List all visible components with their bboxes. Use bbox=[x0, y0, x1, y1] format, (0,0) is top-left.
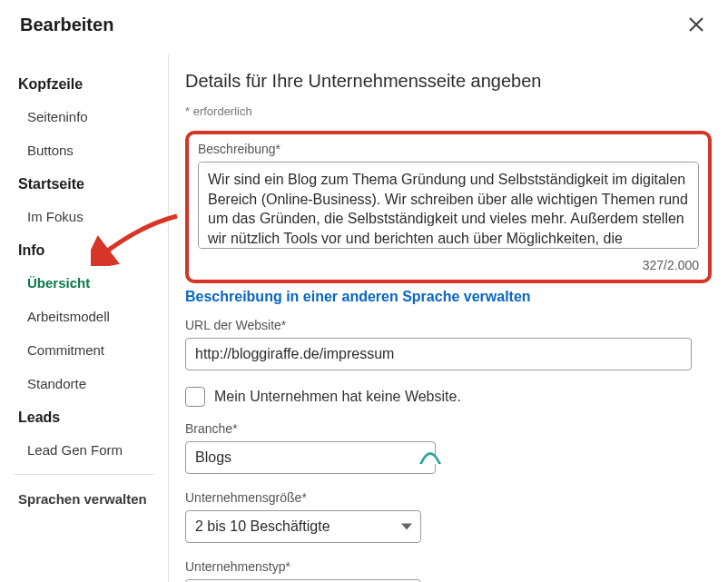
size-label: Unternehmensgröße* bbox=[185, 490, 712, 505]
type-label: Unternehmenstyp* bbox=[185, 559, 712, 574]
modal-body: Kopfzeile Seiteninfo Buttons Startseite … bbox=[0, 54, 728, 582]
no-website-row: Mein Unternehmen hat keine Website. bbox=[185, 387, 712, 407]
type-field: Unternehmenstyp* Selbstständig bbox=[185, 559, 712, 582]
sidebar-item-commitment[interactable]: Commitment bbox=[0, 333, 168, 367]
website-label: URL der Website* bbox=[185, 318, 712, 332]
website-field: URL der Website* bbox=[185, 318, 712, 370]
size-select-value: 2 bis 10 Beschäftigte bbox=[195, 518, 330, 535]
page-title: Details für Ihre Unternehmensseite angeb… bbox=[185, 71, 712, 92]
edit-modal: Bearbeiten Kopfzeile Seiteninfo Buttons … bbox=[0, 0, 728, 582]
modal-header: Bearbeiten bbox=[0, 0, 728, 54]
website-input[interactable] bbox=[185, 338, 692, 370]
sidebar-item-uebersicht[interactable]: Übersicht bbox=[0, 266, 168, 300]
manage-language-link[interactable]: Beschreibung in einer anderen Sprache ve… bbox=[185, 289, 712, 305]
sidebar-heading-startseite: Startseite bbox=[0, 167, 168, 200]
sidebar-item-buttons[interactable]: Buttons bbox=[0, 133, 168, 167]
sidebar-heading-info: Info bbox=[0, 233, 168, 266]
sidebar-divider bbox=[14, 474, 154, 475]
sidebar-item-arbeitsmodell[interactable]: Arbeitsmodell bbox=[0, 300, 168, 333]
branche-field: Branche* bbox=[185, 421, 712, 474]
sidebar-heading-kopfzeile: Kopfzeile bbox=[0, 67, 168, 100]
description-label: Beschreibung* bbox=[198, 142, 699, 156]
sidebar-item-sprachen-verwalten[interactable]: Sprachen verwalten bbox=[0, 482, 168, 516]
description-textarea[interactable] bbox=[198, 162, 699, 249]
main-panel: Details für Ihre Unternehmensseite angeb… bbox=[169, 54, 728, 582]
no-website-checkbox[interactable] bbox=[185, 387, 205, 407]
close-icon[interactable] bbox=[684, 13, 708, 36]
sidebar-heading-leads: Leads bbox=[0, 400, 168, 433]
no-website-label: Mein Unternehmen hat keine Website. bbox=[214, 389, 461, 405]
sidebar-item-standorte[interactable]: Standorte bbox=[0, 367, 168, 400]
size-field: Unternehmensgröße* 2 bis 10 Beschäftigte bbox=[185, 490, 712, 543]
modal-title: Bearbeiten bbox=[20, 15, 113, 35]
required-note: * erforderlich bbox=[185, 104, 712, 118]
size-select[interactable]: 2 bis 10 Beschäftigte bbox=[185, 510, 421, 543]
sidebar-item-seiteninfo[interactable]: Seiteninfo bbox=[0, 100, 168, 133]
sidebar-item-lead-gen-form[interactable]: Lead Gen Form bbox=[0, 433, 168, 467]
branche-input[interactable] bbox=[185, 441, 436, 474]
branche-label: Branche* bbox=[185, 421, 712, 436]
sidebar-item-im-fokus[interactable]: Im Fokus bbox=[0, 200, 168, 233]
description-highlight: Beschreibung* 327/2.000 bbox=[185, 131, 712, 283]
sidebar: Kopfzeile Seiteninfo Buttons Startseite … bbox=[0, 54, 169, 582]
description-char-count: 327/2.000 bbox=[198, 258, 699, 272]
